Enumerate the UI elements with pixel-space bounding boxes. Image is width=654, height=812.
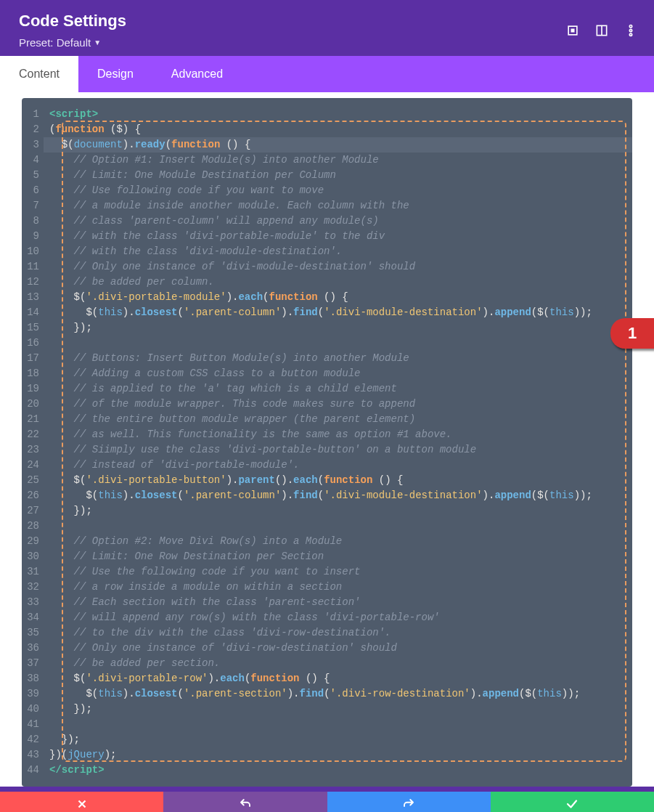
code-line[interactable]: $(this).closest('.parent-column').find('… [49,305,628,320]
fullscreen-icon[interactable] [565,23,580,38]
preset-selector[interactable]: Preset: Default ▼ [19,36,126,49]
code-line[interactable]: // the entire button module wrapper (the… [49,412,628,427]
code-line[interactable]: // Only one instance of 'divi-module-des… [49,259,628,275]
code-line[interactable]: // Use following code if you want to mov… [49,183,628,198]
caret-down-icon: ▼ [94,38,101,46]
code-line[interactable]: // Adding a custom CSS class to a button… [49,366,628,381]
undo-button[interactable] [163,792,327,812]
save-button[interactable] [491,792,654,812]
code-line[interactable] [49,717,628,732]
code-line[interactable]: // Each section with the class 'parent-s… [49,595,628,610]
code-line[interactable]: }); [49,320,628,336]
code-line[interactable]: // Only one instance of 'divi-row-destin… [49,641,628,656]
code-line[interactable]: // Option #1: Insert Module(s) into anot… [49,153,628,168]
code-line[interactable]: // a row inside a module on within a sec… [49,580,628,595]
code-line[interactable]: }); [49,702,628,717]
svg-point-6 [629,33,631,36]
code-line[interactable]: })(jQuery); [49,747,628,763]
modal-title: Code Settings [19,12,126,31]
code-line[interactable]: $('.divi-portable-button').parent().each… [49,473,628,488]
code-line[interactable]: // is applied to the 'a' tag which is a … [49,381,628,397]
code-line[interactable]: // Buttons: Insert Button Module(s) into… [49,351,628,366]
tab-design[interactable]: Design [78,56,152,92]
code-line[interactable]: }); [49,732,628,747]
code-line[interactable]: // a module inside another module. Each … [49,198,628,214]
preset-label: Preset: Default [19,36,91,49]
code-line[interactable]: // be added per column. [49,275,628,290]
code-line[interactable]: // class 'parent-column' will append any… [49,214,628,229]
code-line[interactable]: // instead of 'divi-portable-module'. [49,458,628,473]
code-line[interactable]: $(document).ready(function () { [44,137,632,153]
editor-area: 1234567891011121314151617181920212223242… [0,92,654,787]
code-content[interactable]: <script>(function ($) { $(document).read… [44,98,632,787]
redo-button[interactable] [327,792,491,812]
footer-actions [0,792,654,812]
more-icon[interactable] [624,23,638,38]
close-button[interactable] [0,792,163,812]
code-line[interactable]: <script> [49,107,628,122]
code-line[interactable]: (function ($) { [49,122,628,137]
columns-icon[interactable] [594,23,609,38]
code-editor[interactable]: 1234567891011121314151617181920212223242… [22,98,632,787]
code-line[interactable]: $('.divi-portable-row').each(function ()… [49,671,628,686]
svg-point-5 [629,29,631,31]
tabs: Content Design Advanced [0,56,654,92]
code-line[interactable]: }); [49,503,628,519]
svg-rect-1 [571,28,575,32]
code-line[interactable]: // with the class 'divi-module-destinati… [49,244,628,259]
code-line[interactable]: // of the module wrapper. This code make… [49,397,628,412]
title-block: Code Settings Preset: Default ▼ [19,12,126,49]
code-line[interactable]: $(this).closest('.parent-section').find(… [49,686,628,702]
code-line[interactable]: // will append any row(s) with the class… [49,610,628,625]
code-line[interactable]: // Limit: One Row Destination per Sectio… [49,549,628,564]
tab-content[interactable]: Content [0,56,78,92]
code-line[interactable]: // Use the following code if you want to… [49,564,628,580]
code-line[interactable]: // Siimply use the class 'divi-portable-… [49,442,628,458]
code-line[interactable]: // as well. This functionality is the sa… [49,427,628,442]
code-line[interactable]: // Limit: One Module Destination per Col… [49,168,628,183]
annotation-badge: 1 [610,318,654,349]
code-line[interactable]: $('.divi-portable-module').each(function… [49,290,628,305]
code-line[interactable] [49,336,628,351]
header-icons [565,23,638,38]
line-gutter: 1234567891011121314151617181920212223242… [22,98,44,787]
code-line[interactable] [49,519,628,534]
modal-header: Code Settings Preset: Default ▼ [0,0,654,56]
code-line[interactable]: // with the class 'divi-portable-module'… [49,229,628,244]
code-line[interactable]: // to the div with the class 'divi-row-d… [49,625,628,641]
svg-point-4 [629,25,631,27]
code-line[interactable]: // Option #2: Move Divi Row(s) into a Mo… [49,534,628,549]
tab-advanced[interactable]: Advanced [152,56,242,92]
code-line[interactable]: </script> [49,763,628,778]
code-line[interactable]: $(this).closest('.parent-column').find('… [49,488,628,503]
code-line[interactable]: // be added per section. [49,656,628,671]
